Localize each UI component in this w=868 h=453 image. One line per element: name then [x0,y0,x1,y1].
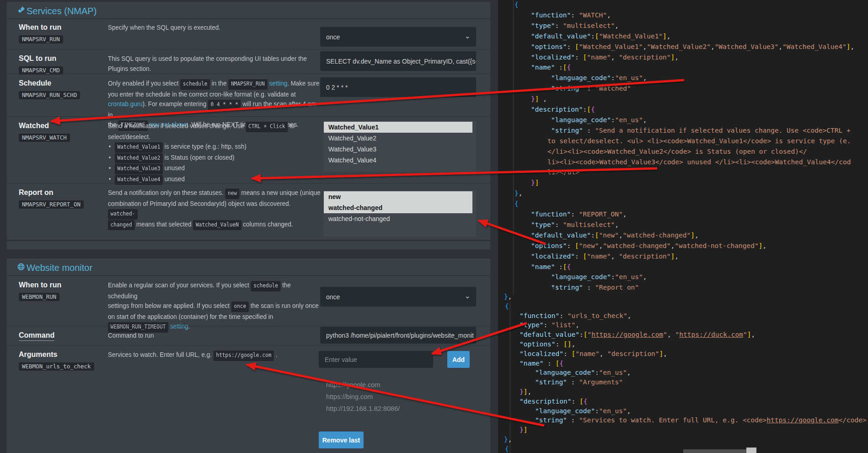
desc-text: Services to watch. Enter full URL, e.g. [108,351,214,358]
desc-text: to [288,122,295,129]
multiselect-report-on[interactable]: newwatched-changedwatched-not-changed [324,190,476,237]
code-chip: CTRL + Click [246,122,288,132]
setting-description: Services to watch. Enter full URL, e.g. … [108,350,321,361]
indent-guide [513,0,514,295]
setting-label: When to run [19,281,61,289]
link[interactable]: crontab.guru [108,100,143,108]
screenshot-root: Services (NMAP) When to runNMAPSRV_RUNSp… [0,0,868,453]
desc-text: unused [163,175,185,183]
code-chip: Watched_ValueN [193,220,241,231]
setting-key-chip: WEBMON_RUN [19,293,59,301]
select-when-to-run[interactable]: once⌄ [320,287,476,307]
collapsed-section-strip [7,241,490,249]
code-line: "function": "urls_to_check", [520,311,631,320]
code-line: "language_code":"en_us", [551,115,647,124]
code-chip: 0 4 * * * [208,100,241,110]
code-line: }], [520,387,531,396]
url-list-item: https://google.com [326,379,477,391]
select-when-to-run[interactable]: once⌄ [320,27,476,47]
desc-text: Send a notification if selected values c… [108,122,246,129]
services-card-header[interactable]: Services (NMAP) [7,2,490,19]
multiselect-watched[interactable]: Watched_Value1Watched_Value2Watched_Valu… [324,121,476,172]
code-line: "string" : "Send a notification if selec… [551,126,854,135]
code-line: "localized": ["name", "description"], [520,349,667,358]
link[interactable]: setting [269,80,287,87]
code-chip: changed [108,220,134,231]
desc-text: is Status (open or closed) [163,154,235,161]
setting-label: When to run [19,23,61,32]
code-line: }] , [531,94,547,103]
code-line: "type": "list", [520,320,579,329]
code-chip: once [231,302,249,312]
setting-description: Send a notification only on these status… [108,188,321,230]
code-chip: NMAPSRV_RUN [229,79,268,90]
url-list-item: http://192.168.1.82:8086/ [326,403,477,415]
code-line: }, [514,189,522,198]
code-line: "options": ["Watched_Value1","Watched_Va… [531,42,854,51]
url-value-input[interactable]: Enter value [319,351,433,368]
code-line: "string" : "Watched" [551,84,631,93]
multiselect-option[interactable]: watched-changed [324,202,472,213]
urls-textarea[interactable]: https://google.comhttps://bing.comhttp:/… [319,375,477,430]
setting-description: Send a notification if selected values c… [108,121,321,185]
editor-scrollbar-corner[interactable] [746,448,756,453]
setting-description: Enable a regular scan of your services. … [108,280,321,333]
code-line: { [514,199,519,208]
desc-text: columns changed. [241,221,293,228]
desc-text: on start of the application (container) … [108,313,273,320]
code-line: { [514,0,519,9]
multiselect-option[interactable]: Watched_Value3 [324,144,472,155]
multiselect-option[interactable]: Watched_Value1 [324,122,472,133]
desc-text: Enable a regular scan of your services. … [108,281,251,289]
add-button[interactable]: Add [447,351,470,368]
desc-text: is service type (e.g.: http, ssh) [163,143,246,150]
setting-label: Watched [19,122,49,130]
code-line: li></ul>" [547,167,584,177]
code-chip: Watched_Value3 [115,164,163,174]
input-schedule[interactable]: 0 2 * * * [320,77,476,97]
code-chip: new [225,189,239,199]
editor-horizontal-scrollbar[interactable] [683,449,756,453]
desc-text: ). For example entering [143,100,208,108]
globe-icon [17,263,25,271]
desc-text: . Make sure [287,80,319,87]
multiselect-option[interactable]: watched-not-changed [324,213,472,224]
code-line: "description":[{ [531,105,595,114]
phone-volume-icon [17,6,25,14]
code-line: "language_code":"en_us", [551,73,647,82]
desc-text: Only enabled if you select [108,80,180,87]
setting-label: Schedule [19,79,51,87]
code-chip: Watched_Value1 [115,142,163,153]
multiselect-option[interactable]: Watched_Value2 [324,133,472,144]
setting-description: This SQL query is used to populate the c… [108,54,321,74]
desc-text: unused [163,164,185,172]
desc-text: . [274,351,277,358]
section-title: Website monitor [27,263,92,273]
code-line: { [505,444,509,453]
multiselect-option[interactable]: Watched_Value4 [324,155,472,166]
multiselect-option[interactable]: new [324,191,472,202]
code-line: "default_value":["new","watched-changed"… [531,231,699,240]
code-line: }] [520,425,527,434]
code-line: "type": "multiselect", [531,21,619,30]
code-chip: Watched_Value2 [115,153,163,164]
code-chip: watched- [108,209,138,220]
setting-label: Report on [19,189,54,197]
setting-description: Specify when the SQL query is executed. [108,23,321,33]
code-line: "string" : "Arguments" [535,378,623,387]
input-command[interactable]: python3 /home/pi/pialert/front/plugins/w… [320,327,476,344]
desc-text: This SQL query is used to populate the c… [108,55,307,62]
code-line: "function": "WATCH", [531,11,611,20]
webmon-card-header[interactable]: Website monitor [7,259,490,276]
desc-text: means that selected [134,221,193,228]
desc-text: Specify when the SQL query is executed. [108,24,220,31]
remove-last-button[interactable]: Remove last [319,431,364,448]
code-editor[interactable]: {"function": "WATCH","type": "multiselec… [498,0,868,453]
setting-label: Command [19,331,54,341]
input-sql-to-run[interactable]: SELECT dv.dev_Name as Object_PrimaryID, … [320,51,476,71]
code-line: "name" :[{ [531,262,571,271]
desc-text: select/deselect. [108,133,150,140]
chevron-down-icon: ⌄ [465,32,471,40]
desc-text: Command to run [108,332,154,339]
setting-description: Command to run [108,331,321,341]
